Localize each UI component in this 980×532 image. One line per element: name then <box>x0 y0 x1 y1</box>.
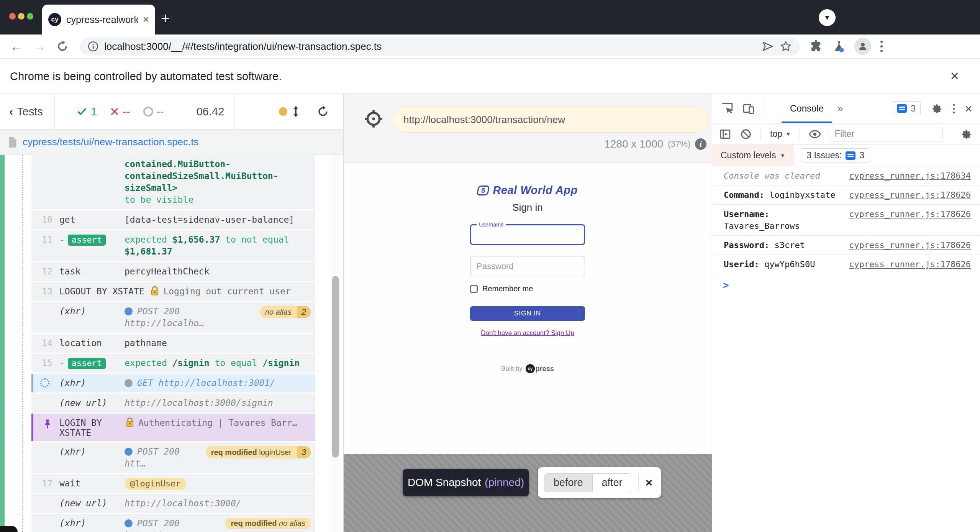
rerun-tests-icon[interactable] <box>316 105 329 118</box>
back-to-tests-button[interactable]: ‹ Tests <box>0 94 54 129</box>
command-message: expected $1,656.37 to not equal$1,681.37 <box>125 234 304 258</box>
command-row[interactable]: 10get[data-test=sidenav-user-balance] <box>31 210 315 229</box>
snapshot-close-icon[interactable]: × <box>638 473 655 492</box>
window-close-button[interactable] <box>9 13 16 20</box>
viewport-info-icon[interactable]: i <box>695 138 706 150</box>
console-sidebar-icon[interactable] <box>719 128 731 140</box>
console-filter-input[interactable]: Filter <box>830 127 942 141</box>
before-after-toggle: before after <box>544 473 632 492</box>
username-field[interactable]: Username <box>470 224 585 245</box>
reporter-scrollbar[interactable] <box>331 155 340 532</box>
custom-levels-dropdown[interactable]: Custom levels ▼ <box>712 145 794 166</box>
password-field[interactable]: Password <box>470 256 585 276</box>
url-text[interactable]: localhost:3000/__/#/tests/integration/ui… <box>104 41 756 53</box>
profile-avatar[interactable] <box>854 38 871 55</box>
before-button[interactable]: before <box>544 474 593 492</box>
command-row[interactable]: contained.MuiButton-containedSizeSmall.M… <box>31 155 315 209</box>
source-location-link[interactable]: cypress_runner.js:178626 <box>849 208 971 220</box>
console-settings-gear-icon[interactable] <box>960 128 972 140</box>
rwa-logo-icon: $ <box>477 186 490 195</box>
console-prompt[interactable]: > <box>712 274 980 291</box>
tab-close-icon[interactable]: × <box>143 14 149 25</box>
command-row[interactable]: 15-assertexpected /signin to equal /sign… <box>31 354 315 373</box>
back-icon[interactable]: ← <box>10 39 23 54</box>
command-row[interactable]: 12taskpercyHealthCheck <box>31 262 315 281</box>
command-row[interactable]: 14locationpathname <box>31 334 315 353</box>
message-segment: /signin <box>262 358 300 368</box>
more-tabs-icon[interactable]: » <box>837 103 843 115</box>
command-row[interactable]: 13LOGOUT BY XSTATE Logging out current u… <box>31 282 315 301</box>
command-row[interactable]: 11-assertexpected $1,656.37 to not equal… <box>31 230 315 261</box>
clear-console-icon[interactable] <box>740 128 752 140</box>
source-location-link[interactable]: cypress_runner.js:178626 <box>849 239 971 251</box>
spec-file-link[interactable]: cypress/tests/ui/new-transaction.spec.ts <box>23 136 199 148</box>
source-location-link[interactable]: cypress_runner.js:178634 <box>849 170 971 182</box>
command-message: [data-test=sidenav-user-balance] <box>125 214 304 226</box>
command-row[interactable]: (xhr)POST 200 http://localho…no alias2 <box>31 302 315 333</box>
tab-console[interactable]: Console <box>782 94 832 123</box>
bookmark-star-icon[interactable] <box>779 40 792 53</box>
command-row[interactable]: (xhr)POST 200 htt…req modified loginUser… <box>31 442 315 473</box>
send-icon[interactable] <box>762 40 774 53</box>
command-row[interactable]: LOGIN BY XSTATEAuthenticating | Tavares_… <box>31 414 315 441</box>
scrollbar-thumb[interactable] <box>332 276 339 458</box>
address-bar[interactable]: localhost:3000/__/#/tests/integration/ui… <box>80 37 800 56</box>
extensions-puzzle-icon[interactable] <box>809 39 823 53</box>
inspect-element-icon[interactable] <box>721 102 734 115</box>
command-message: POST 200 http://localho… <box>125 305 253 329</box>
devtools-menu-icon[interactable] <box>953 104 955 113</box>
pending-circle-icon <box>143 107 153 117</box>
route-badge: req modified no alias <box>225 518 311 529</box>
reporter-header: ‹ Tests 1 -- -- 06.42 <box>0 94 343 130</box>
context-selector[interactable]: top ▼ <box>770 129 791 139</box>
command-row[interactable]: (new url)http://localhost:3000/ <box>31 494 315 513</box>
experiment-flask-icon[interactable] <box>832 39 846 53</box>
command-row[interactable]: (new url)http://localhost:3000/signin <box>31 394 315 412</box>
auto-scroll-dot-icon <box>279 107 287 116</box>
after-button[interactable]: after <box>593 474 632 492</box>
viewport-size: 1280 x 1000 <box>604 138 663 150</box>
aut-url-field[interactable]: http://localhost:3000/transaction/new <box>392 107 709 133</box>
request-status-dot-icon <box>125 519 133 527</box>
command-row[interactable]: (xhr)GET http://localhost:3001/ <box>31 374 315 392</box>
console-message-text: Password: s3cret <box>724 239 805 251</box>
message-segment: containedSizeSmall.MuiButton-sizeSmall> <box>125 171 279 193</box>
eye-icon[interactable] <box>808 128 821 141</box>
window-minimize-button[interactable] <box>18 13 25 20</box>
request-status-dot-icon <box>125 307 133 315</box>
command-name: task <box>59 266 118 276</box>
signup-link[interactable]: Don't have an account? Sign Up <box>481 329 574 337</box>
issues-button[interactable]: 3 Issues: 3 <box>801 148 870 163</box>
command-number <box>33 417 52 431</box>
device-toolbar-icon[interactable] <box>742 102 755 115</box>
tabstrip-chevron-icon[interactable]: ▼ <box>819 9 836 26</box>
signin-button[interactable]: SIGN IN <box>470 306 585 321</box>
auto-scroll-toggle[interactable] <box>279 106 300 117</box>
forward-icon[interactable]: → <box>33 39 46 54</box>
reporter-controls <box>234 94 343 129</box>
new-tab-button[interactable]: + <box>161 11 170 26</box>
window-zoom-button[interactable] <box>27 13 33 20</box>
reload-icon[interactable] <box>56 40 69 53</box>
page-info-icon[interactable] <box>87 41 99 52</box>
source-location-link[interactable]: cypress_runner.js:178626 <box>849 189 971 201</box>
message-segment: POST 200 http://… <box>125 518 180 532</box>
console-message: Password: s3cretcypress_runner.js:178626 <box>712 236 980 255</box>
devtools-close-icon[interactable]: × <box>965 102 972 115</box>
console-messages-badge[interactable]: 3 <box>892 101 921 116</box>
command-name: get <box>59 214 118 225</box>
selector-playground-icon[interactable] <box>364 109 383 129</box>
browser-tab[interactable]: cy cypress-realworld-app × <box>42 5 155 34</box>
console-toolbar: top ▼ Filter <box>712 123 980 145</box>
console-message: Userid: qywYp6hS0Ucypress_runner.js:1786… <box>712 255 980 274</box>
command-name: wait <box>59 478 118 488</box>
command-number <box>33 305 52 306</box>
banner-close-icon[interactable]: × <box>951 68 959 84</box>
command-row[interactable]: (xhr)POST 200 http://…req modified no al… <box>31 514 315 532</box>
source-location-link[interactable]: cypress_runner.js:178626 <box>849 258 971 270</box>
built-by-footer: Built by cy press <box>501 364 554 373</box>
command-row[interactable]: 17wait@loginUser <box>31 474 315 493</box>
browser-menu-icon[interactable] <box>880 41 883 52</box>
devtools-settings-gear-icon[interactable] <box>931 102 943 115</box>
remember-me-checkbox[interactable] <box>470 285 478 293</box>
